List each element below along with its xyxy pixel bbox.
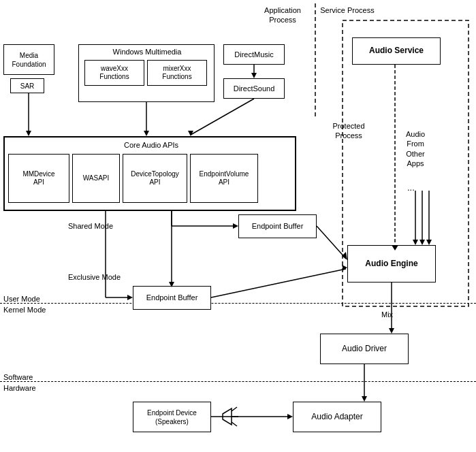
svg-line-13 [317,226,346,259]
audio-service-box: Audio Service [352,37,441,65]
svg-line-40 [232,422,237,426]
audio-adapter-box: Audio Adapter [293,402,381,432]
svg-marker-30 [342,265,347,270]
svg-marker-18 [419,240,425,245]
wasapi-box: WASAPI [72,154,120,203]
svg-marker-32 [389,328,394,334]
svg-marker-14 [342,252,347,260]
svg-line-38 [232,407,237,411]
service-process-label: Service Process [317,5,378,15]
svg-marker-3 [26,131,31,136]
svg-marker-37 [223,408,232,425]
svg-marker-20 [426,240,432,245]
svg-line-29 [211,269,346,297]
direct-music-box: DirectMusic [223,44,285,65]
kernel-mode-label: Kernel Mode [3,305,46,314]
protected-process-label: ProtectedProcess [315,121,383,141]
svg-marker-34 [362,396,367,402]
user-mode-label: User Mode [3,294,40,304]
hardware-label: Hardware [3,383,36,393]
wm-label: Windows Multimedia [79,47,215,56]
svg-marker-7 [188,131,193,136]
mixer-xxx-box: mixerXxxFunctions [147,60,207,86]
svg-marker-28 [127,295,133,300]
mix-label: Mix [381,310,393,319]
sw-hw-line [0,381,476,382]
svg-marker-36 [287,414,293,419]
svg-marker-9 [251,73,257,78]
svg-marker-16 [413,240,418,245]
shared-mode-label: Shared Mode [68,221,113,231]
sar-box: SAR [10,78,44,93]
device-topology-box: DeviceTopologyAPI [123,154,187,203]
svg-line-6 [191,99,254,135]
audio-from-other-label: AudioFromOtherApps [392,129,439,168]
exclusive-mode-label: Exclusive Mode [68,272,121,282]
diagram: Application Process Service Process Prot… [0,0,476,452]
endpoint-buffer-shared-box: Endpoint Buffer [238,214,317,238]
media-foundation-box: MediaFoundation [3,44,54,75]
svg-marker-12 [233,223,238,229]
endpoint-device-box: Endpoint Device(Speakers) [133,402,211,432]
wave-xxx-box: waveXxxFunctions [84,60,144,86]
mmdevice-box: MMDeviceAPI [8,154,69,203]
endpoint-buffer-exclusive-box: Endpoint Buffer [133,286,211,310]
software-label: Software [3,372,33,382]
ellipsis-label: ... [407,182,415,194]
svg-marker-5 [144,131,149,136]
direct-sound-box: DirectSound [223,78,285,99]
user-kernel-line [0,303,476,304]
endpoint-volume-box: EndpointVolumeAPI [190,154,258,203]
core-audio-label: Core Audio APIs [5,140,298,150]
audio-engine-box: Audio Engine [347,245,436,282]
app-process-label: Application Process [252,5,313,25]
audio-driver-box: Audio Driver [320,334,409,364]
